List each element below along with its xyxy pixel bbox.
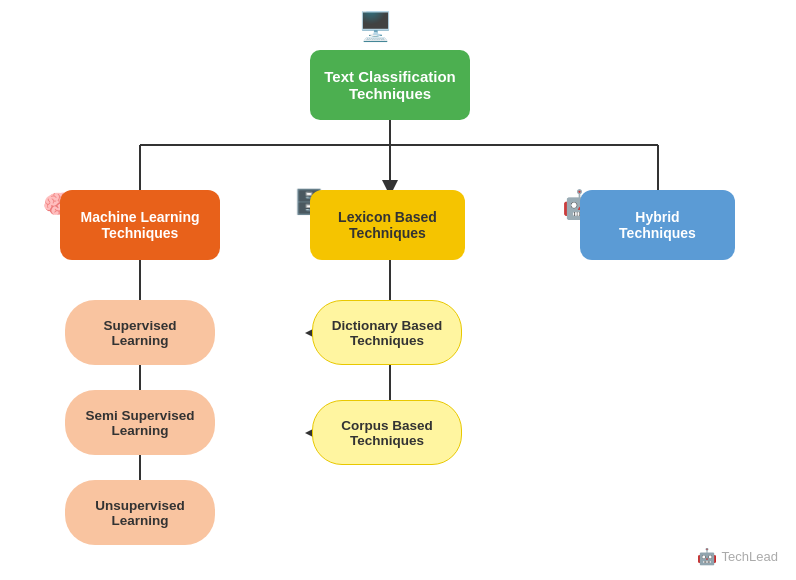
ml-label: Machine LearningTechniques bbox=[80, 209, 199, 241]
unsupervised-label: UnsupervisedLearning bbox=[95, 498, 184, 528]
monitor-icon: 🖥️ bbox=[358, 10, 393, 43]
dictionary-node: Dictionary BasedTechniques bbox=[312, 300, 462, 365]
semi-supervised-label: Semi SupervisedLearning bbox=[86, 408, 195, 438]
dictionary-label: Dictionary BasedTechniques bbox=[332, 318, 442, 348]
ml-node: Machine LearningTechniques bbox=[60, 190, 220, 260]
watermark-icon: 🤖 bbox=[697, 547, 717, 566]
diagram: 🖥️ Text Classification Techniques 🧠 Mach… bbox=[0, 0, 796, 580]
lexicon-node: Lexicon BasedTechniques bbox=[310, 190, 465, 260]
watermark-text: TechLead bbox=[722, 549, 778, 564]
hybrid-label: HybridTechniques bbox=[619, 209, 696, 241]
hybrid-node: HybridTechniques bbox=[580, 190, 735, 260]
corpus-node: Corpus BasedTechniques bbox=[312, 400, 462, 465]
supervised-node: SupervisedLearning bbox=[65, 300, 215, 365]
lexicon-label: Lexicon BasedTechniques bbox=[338, 209, 437, 241]
corpus-label: Corpus BasedTechniques bbox=[341, 418, 433, 448]
watermark: 🤖 TechLead bbox=[697, 547, 778, 566]
root-node: Text Classification Techniques bbox=[310, 50, 470, 120]
root-label: Text Classification Techniques bbox=[324, 68, 455, 102]
semi-supervised-node: Semi SupervisedLearning bbox=[65, 390, 215, 455]
supervised-label: SupervisedLearning bbox=[104, 318, 177, 348]
unsupervised-node: UnsupervisedLearning bbox=[65, 480, 215, 545]
